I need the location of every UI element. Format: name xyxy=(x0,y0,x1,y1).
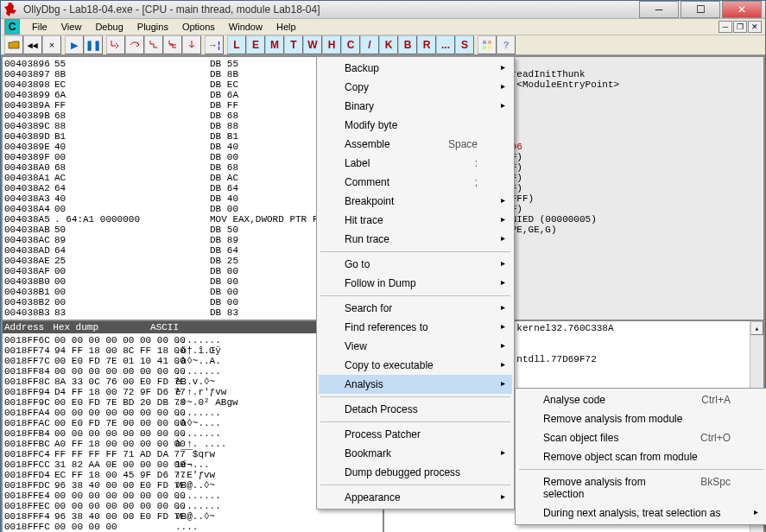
toolbar-s-button[interactable]: S xyxy=(455,35,474,54)
cpu-window-icon[interactable]: C xyxy=(4,19,20,35)
window-title: OllyDbg - Lab18-04.exe - [CPU - main thr… xyxy=(23,3,639,16)
menu-item-analysis[interactable]: Analysis xyxy=(319,375,512,394)
toolbar-r-button[interactable]: R xyxy=(417,35,436,54)
toolbar-w-button[interactable]: W xyxy=(303,35,322,54)
execute-till-return-button[interactable] xyxy=(182,35,201,54)
menu-item-process-patcher[interactable]: Process Patcher xyxy=(319,425,512,444)
menu-item-during-next-analysis-treat-selection-as[interactable]: During next analysis, treat selection as xyxy=(517,504,765,522)
toolbar-m-button[interactable]: M xyxy=(265,35,284,54)
menu-item-dump-debugged-process[interactable]: Dump debugged process xyxy=(319,463,512,482)
mdi-minimize[interactable]: ─ xyxy=(719,21,732,33)
menu-item-analyse-code[interactable]: Analyse codeCtrl+A xyxy=(517,390,765,409)
menu-item-follow-in-dump[interactable]: Follow in Dump xyxy=(319,274,512,293)
step-over-button[interactable] xyxy=(125,35,144,54)
menu-debug[interactable]: Debug xyxy=(88,19,130,35)
context-menu: BackupCopyBinaryModify byteAssembleSpace… xyxy=(316,56,515,510)
menu-item-appearance[interactable]: Appearance xyxy=(319,488,512,507)
svg-rect-3 xyxy=(488,46,491,49)
toolbar-c-button[interactable]: C xyxy=(341,35,360,54)
svg-rect-2 xyxy=(483,46,486,49)
toolbar-h-button[interactable]: H xyxy=(322,35,341,54)
mdi-close[interactable]: ✕ xyxy=(748,21,762,33)
settings-button[interactable] xyxy=(478,35,497,54)
hex-col-dump: Hex dump xyxy=(53,322,98,332)
menu-options[interactable]: Options xyxy=(175,19,222,35)
hex-col-address: Address xyxy=(4,322,44,332)
toolbar-e-button[interactable]: E xyxy=(246,35,265,54)
menu-item-breakpoint[interactable]: Breakpoint xyxy=(319,192,512,211)
menu-item-binary[interactable]: Binary xyxy=(319,97,512,116)
svg-rect-0 xyxy=(483,41,486,44)
hex-row[interactable]: 0018FFF496 38 40 00 00 E0 FD 7E v8@..◊~ xyxy=(4,511,381,522)
menu-item-view[interactable]: View xyxy=(319,337,512,356)
menu-item-copy-to-executable[interactable]: Copy to executable xyxy=(319,356,512,375)
close-button[interactable]: ✕ xyxy=(722,1,762,18)
menu-item-copy[interactable]: Copy xyxy=(319,78,512,97)
menu-help[interactable]: Help xyxy=(269,19,303,35)
titlebar: OllyDbg - Lab18-04.exe - [CPU - main thr… xyxy=(1,1,765,19)
menu-view[interactable]: View xyxy=(54,19,89,35)
step-into-button[interactable] xyxy=(106,35,125,54)
rewind-button[interactable]: ◂◂ xyxy=(23,35,42,54)
open-button[interactable] xyxy=(4,35,23,54)
menu-item-modify-byte[interactable]: Modify byte xyxy=(319,116,512,135)
mdi-restore[interactable]: ❐ xyxy=(733,21,747,33)
scroll-up-button[interactable]: ▴ xyxy=(750,321,763,335)
menu-item-assemble[interactable]: AssembleSpace xyxy=(319,135,512,154)
menu-window[interactable]: Window xyxy=(222,19,269,35)
toolbar-k-button[interactable]: K xyxy=(379,35,398,54)
menu-item-hit-trace[interactable]: Hit trace xyxy=(319,211,512,230)
menu-item-remove-object-scan-from-module[interactable]: Remove object scan from module xyxy=(517,447,765,466)
trace-over-button[interactable] xyxy=(163,35,182,54)
menu-item-bookmark[interactable]: Bookmark xyxy=(319,444,512,463)
toolbar-/-button[interactable]: / xyxy=(360,35,379,54)
app-icon xyxy=(4,3,18,16)
menu-item-label[interactable]: Label: xyxy=(319,154,512,173)
menubar: C FileViewDebugPluginsOptionsWindowHelp … xyxy=(1,19,765,35)
toolbar-t-button[interactable]: T xyxy=(284,35,303,54)
help-button[interactable]: ? xyxy=(497,35,516,54)
maximize-button[interactable]: ☐ xyxy=(681,1,720,18)
menu-item-remove-analysis-from-module[interactable]: Remove analysis from module xyxy=(517,409,765,428)
toolbar-b-button[interactable]: B xyxy=(398,35,417,54)
run-button[interactable]: ▶ xyxy=(65,35,84,54)
menu-item-backup[interactable]: Backup xyxy=(319,59,512,78)
menu-item-find-references-to[interactable]: Find references to xyxy=(319,318,512,337)
menu-item-comment[interactable]: Comment; xyxy=(319,173,512,192)
svg-rect-1 xyxy=(488,41,491,44)
trace-into-button[interactable] xyxy=(144,35,163,54)
menu-item-search-for[interactable]: Search for xyxy=(319,299,512,318)
minimize-button[interactable]: ─ xyxy=(639,1,679,18)
menu-item-detach-process[interactable]: Detach Process xyxy=(319,400,512,419)
toolbar-l-button[interactable]: L xyxy=(227,35,246,54)
hex-row[interactable]: 0018FFFC00 00 00 00 .... xyxy=(4,522,381,532)
pause-button[interactable]: ❚❚ xyxy=(84,35,103,54)
toolbar-...-button[interactable]: ... xyxy=(436,35,455,54)
menu-item-remove-analysis-from-selection[interactable]: Remove analysis from selectionBkSpc xyxy=(517,472,765,504)
goto-button[interactable]: →¦ xyxy=(205,35,224,54)
hex-col-ascii: ASCII xyxy=(150,322,179,332)
analysis-submenu: Analyse codeCtrl+ARemove analysis from m… xyxy=(515,388,766,525)
toolbar: ◂◂ × ▶ ❚❚ →¦ LEMTWHC/KBR...S ? xyxy=(1,35,765,55)
menu-item-run-trace[interactable]: Run trace xyxy=(319,230,512,249)
restart-button[interactable]: × xyxy=(42,35,61,54)
menu-item-go-to[interactable]: Go to xyxy=(319,255,512,274)
menu-plugins[interactable]: Plugins xyxy=(130,19,175,35)
menu-file[interactable]: File xyxy=(25,19,54,35)
menu-item-scan-object-files[interactable]: Scan object filesCtrl+O xyxy=(517,428,765,447)
